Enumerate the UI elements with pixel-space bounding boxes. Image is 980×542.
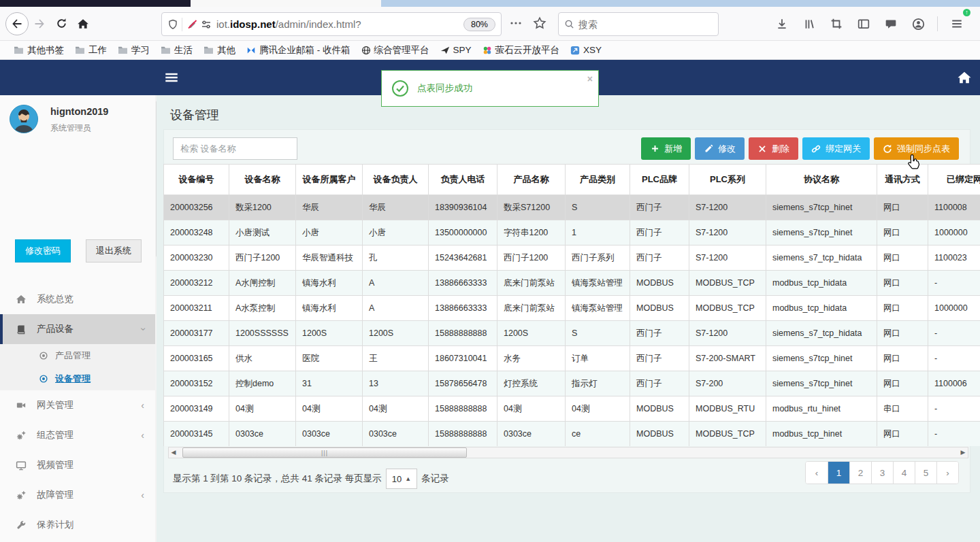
sidebar-item-product-manage[interactable]: 产品管理 [0,344,157,367]
logout-button[interactable]: 退出系统 [86,239,142,262]
delete-button[interactable]: 删除 [749,137,798,160]
sidebar-item-gateway-manage[interactable]: 网关管理‹ [0,390,157,420]
bookmark-item[interactable]: 生活 [155,43,198,58]
device-table: 设备编号设备名称设备所属客户设备负责人负责人电话产品名称产品类别PLC品牌PLC… [163,164,980,446]
column-header[interactable]: 产品类别 [566,165,630,195]
bookmark-item[interactable]: 综合管理平台 [356,43,435,58]
sidebar-collapse-icon[interactable] [165,71,178,84]
sidebar-item-label: 产品管理 [55,350,91,362]
prev-page-button[interactable]: ‹ [806,462,828,484]
scroll-right-icon[interactable]: ▶ [958,447,968,458]
sidebar-item-device-manage[interactable]: 设备管理 [0,367,157,390]
sidebar-item-fault-manage[interactable]: 故障管理‹ [0,480,157,510]
column-header[interactable]: 设备名称 [229,165,296,195]
column-header[interactable]: 负责人电话 [429,165,497,195]
page-actions-icon[interactable] [509,16,523,30]
browser-search-input[interactable] [578,19,694,30]
change-password-button[interactable]: 修改密码 [15,239,71,262]
table-cell: 200003149 [164,396,229,422]
table-row[interactable]: 200003256数采1200华辰华辰18390936104数采S71200S西… [164,195,980,220]
column-header[interactable]: 设备负责人 [363,165,429,195]
table-cell: 小唐测试 [229,220,296,245]
app-home-icon[interactable] [957,70,972,85]
window-tab-strip [0,0,980,7]
zoom-level-badge[interactable]: 80% [463,18,495,31]
page-button-5[interactable]: 5 [915,462,936,484]
search-icon [564,19,574,29]
bookmark-item[interactable]: 萤石云开放平台 [477,43,566,58]
scrollbar-track[interactable]: ||| [178,447,958,458]
toast-close-icon[interactable]: × [587,73,593,84]
table-row[interactable]: 20000314904测04测04测1588888888804测04测MODBU… [164,396,980,422]
bookmark-item[interactable]: 工作 [69,43,112,58]
sidebar-item-scada-manage[interactable]: 组态管理‹ [0,420,157,450]
column-header[interactable]: 设备所属客户 [296,165,363,195]
next-page-button[interactable]: › [936,462,958,484]
sidebar-toggle-icon[interactable] [853,13,875,35]
account-icon[interactable] [907,13,929,35]
url-bar[interactable]: iot.idosp.net/admin/index.html? 80% [161,12,502,36]
column-header[interactable]: PLC系列 [689,165,766,195]
table-row[interactable]: 200003248小唐测试小唐小唐13500000000字符串12001西门子S… [164,220,980,245]
bookmark-item[interactable]: 其他 [198,43,241,58]
scrollbar-thumb[interactable]: ||| [182,447,467,458]
page-button-1[interactable]: 1 [828,462,849,484]
main-content: 设备管理 新增修改删除绑定网关强制同步点表 设备编号设备名称设备所属客户设备负责… [157,95,980,542]
edit-button[interactable]: 修改 [695,137,745,160]
sidebar-item-system-overview[interactable]: 系统总览 [0,284,157,314]
library-icon[interactable] [798,13,820,35]
table-cell: 04测 [229,396,296,422]
add-button[interactable]: 新增 [641,137,691,160]
bookmark-star-icon[interactable] [533,16,546,30]
page-button-4[interactable]: 4 [893,462,915,484]
table-header-row: 设备编号设备名称设备所属客户设备负责人负责人电话产品名称产品类别PLC品牌PLC… [164,165,980,195]
browser-search-box[interactable] [558,12,719,36]
bookmark-label: 生活 [174,44,193,56]
monitor-icon [15,460,27,471]
sidebar-item-maintenance-plan[interactable]: 保养计划 [0,510,157,540]
bookmark-item[interactable]: 其他书签 [8,43,69,58]
bind-gateway-button[interactable]: 绑定网关 [802,137,870,160]
column-header[interactable]: 已绑定网关 [928,165,980,195]
back-button[interactable] [5,12,29,35]
table-cell: modbus_tcp_hinet [766,422,877,447]
page-size-select[interactable]: 10▲ [386,469,417,489]
column-header[interactable]: 产品名称 [497,165,566,195]
bookmark-item[interactable]: XSY [565,44,607,56]
blocked-content-icon[interactable] [187,19,198,30]
page-button-3[interactable]: 3 [871,462,893,484]
permissions-icon[interactable] [201,19,212,30]
table-row[interactable]: 200003230西门子1200华辰智通科技孔15243642681西门子120… [164,245,980,271]
home-button[interactable] [72,13,94,35]
sidebar-item-product-device[interactable]: 产品设备‹ [0,314,157,344]
bookmark-item[interactable]: 腾讯企业邮箱 - 收件箱 [241,43,356,58]
table-row[interactable]: 2000031771200SSSSSS1200S1200S15888888888… [164,321,980,346]
table-row[interactable]: 2000031450303ce0303ce0303ce1588888888803… [164,422,980,447]
app-menu-icon[interactable]: ↑ [946,13,968,35]
column-header[interactable]: PLC品牌 [630,165,689,195]
table-cell: 网口 [877,321,928,346]
sidebar-item-video-manage[interactable]: 视频管理 [0,450,157,480]
page-button-2[interactable]: 2 [849,462,871,484]
table-row[interactable]: 200003211A水泵控制镇海水利A13886663333底来门前泵站镇海泵站… [164,296,980,321]
table-cell: 小唐 [363,220,429,245]
reload-button[interactable] [50,13,72,35]
column-header[interactable]: 协议名称 [766,165,877,195]
table-row[interactable]: 200003152控制demo311315878656478灯控系统指示灯西门子… [164,371,980,396]
table-row[interactable]: 200003165供水医院王18607310041水务订单西门子S7-200-S… [164,346,980,371]
column-header[interactable]: 设备编号 [164,165,229,195]
scroll-left-icon[interactable]: ◀ [169,447,178,458]
screenshot-icon[interactable] [826,13,847,35]
table-cell: 200003211 [164,296,229,321]
table-cell: 华辰 [296,195,363,220]
chat-icon[interactable] [880,13,902,35]
chevron-left-icon: ‹ [141,400,144,411]
table-cell: 西门子1200 [229,245,296,271]
bookmark-item[interactable]: 学习 [112,43,155,58]
device-search-input[interactable] [173,137,297,160]
bookmark-item[interactable]: SPY [435,44,477,56]
table-row[interactable]: 200003212A水闸控制镇海水利A13886663333底来门前泵站镇海泵站… [164,271,980,296]
forward-button[interactable] [29,13,50,35]
horizontal-scrollbar[interactable]: ◀ ||| ▶ [168,447,968,458]
downloads-icon[interactable] [771,13,793,35]
